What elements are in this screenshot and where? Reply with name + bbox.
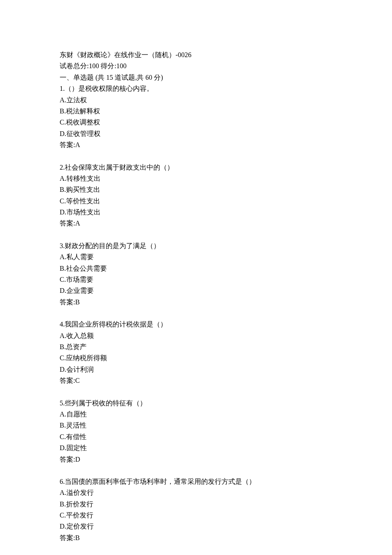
question-answer: 答案:B (60, 532, 332, 543)
question-option: B.购买性支出 (60, 184, 332, 195)
question-stem: 6.当国债的票面利率低于市场利率时，通常采用的发行方式是（） (60, 476, 332, 487)
question-option: B.社会公共需要 (60, 263, 332, 274)
question-answer: 答案:A (60, 139, 332, 150)
question-option: A.转移性支出 (60, 173, 332, 184)
question-option: C.有偿性 (60, 431, 332, 442)
question-option: D.征收管理权 (60, 128, 332, 139)
question-answer: 答案:A (60, 218, 332, 229)
question-stem: 5.些列属于税收的特征有（） (60, 398, 332, 409)
question-stem: 4.我国企业所得税的计税依据是（） (60, 319, 332, 330)
question-answer: 答案:C (60, 375, 332, 386)
question-option: A.私人需要 (60, 251, 332, 263)
question-option: D.企业需要 (60, 285, 332, 296)
question-option: D.定价发行 (60, 521, 332, 532)
question-option: B.税法解释权 (60, 106, 332, 117)
question-answer: 答案:D (60, 454, 332, 465)
question-option: B.灵活性 (60, 420, 332, 431)
question-option: D.市场性支出 (60, 207, 332, 218)
question-option: C.税收调整权 (60, 117, 332, 128)
question-stem: 3.财政分配的目的是为了满足（） (60, 240, 332, 251)
question-option: A.自愿性 (60, 409, 332, 420)
question-option: D.固定性 (60, 442, 332, 454)
question-option: A.收入总额 (60, 330, 332, 341)
question-block: 3.财政分配的目的是为了满足（）A.私人需要B.社会公共需要C.市场需要D.企业… (60, 240, 332, 308)
question-option: D.会计利润 (60, 364, 332, 375)
document-title: 东财《财政概论》在线作业一（随机）-0026 (60, 49, 332, 61)
question-option: C.市场需要 (60, 274, 332, 285)
score-summary: 试卷总分:100 得分:100 (60, 61, 332, 72)
question-option: C.平价发行 (60, 510, 332, 521)
question-stem: 1.（）是税收权限的核心内容。 (60, 83, 332, 94)
question-block: 5.些列属于税收的特征有（）A.自愿性B.灵活性C.有偿性D.固定性答案:D (60, 398, 332, 465)
question-option: A.立法权 (60, 95, 332, 106)
question-block: 6.当国债的票面利率低于市场利率时，通常采用的发行方式是（）A.溢价发行B.折价… (60, 476, 332, 543)
questions-container: 1.（）是税收权限的核心内容。A.立法权B.税法解释权C.税收调整权D.征收管理… (60, 83, 332, 543)
question-stem: 2.社会保障支出属于财政支出中的（） (60, 162, 332, 173)
question-option: B.总资产 (60, 341, 332, 353)
question-option: C.应纳税所得额 (60, 353, 332, 364)
section-heading: 一、单选题 (共 15 道试题,共 60 分) (60, 72, 332, 83)
question-option: A.溢价发行 (60, 487, 332, 498)
question-block: 2.社会保障支出属于财政支出中的（）A.转移性支出B.购买性支出C.等价性支出D… (60, 162, 332, 229)
question-block: 1.（）是税收权限的核心内容。A.立法权B.税法解释权C.税收调整权D.征收管理… (60, 83, 332, 150)
question-block: 4.我国企业所得税的计税依据是（）A.收入总额B.总资产C.应纳税所得额D.会计… (60, 319, 332, 386)
question-answer: 答案:B (60, 297, 332, 308)
question-option: B.折价发行 (60, 499, 332, 510)
question-option: C.等价性支出 (60, 196, 332, 207)
